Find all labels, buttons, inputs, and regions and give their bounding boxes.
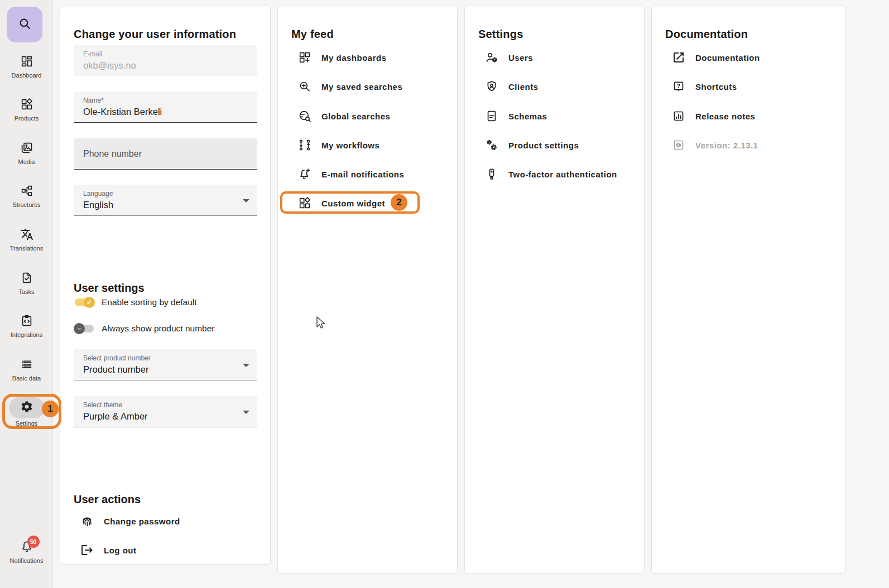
release-notes-link[interactable]: Release notes <box>652 102 845 131</box>
theme-select[interactable]: Select theme Purple & Amber <box>74 396 257 427</box>
manage-accounts-icon <box>485 51 498 64</box>
item-label: Product settings <box>508 141 579 150</box>
language-select[interactable]: Language English <box>74 185 257 216</box>
name-field-label: Name* <box>83 97 104 104</box>
saved-search-icon <box>298 80 311 93</box>
item-label: My dashboards <box>321 53 387 62</box>
sidebar-item-label: Structures <box>12 201 40 208</box>
table-rows-icon <box>20 358 33 373</box>
sidebar-item-label: Tasks <box>18 288 34 295</box>
shield-person-icon <box>485 80 498 93</box>
product-number-select-label: Select product number <box>83 354 151 362</box>
toggle-label: Enable sorting by default <box>102 297 197 307</box>
settings-active-pill <box>9 397 45 418</box>
notification-badge: 50 <box>27 536 40 548</box>
email-field: E-mail okb@isys.no <box>74 45 257 76</box>
widgets-icon <box>298 196 311 210</box>
version-label: Version: 2.13.1 <box>695 141 758 150</box>
toggle-row-product-number: – Always show product number <box>74 321 214 336</box>
panel-title: My feed <box>291 28 334 41</box>
item-label: Shortcuts <box>695 82 737 91</box>
photo-library-icon <box>20 141 33 157</box>
name-field-value: Ole-Kristian Berkeli <box>83 107 162 117</box>
item-label: E-mail notifications <box>321 170 404 179</box>
sidebar-item-label: Notifications <box>10 557 44 564</box>
sidebar-item-media[interactable]: Media <box>0 141 53 165</box>
chevron-down-icon <box>243 199 249 203</box>
clients-item[interactable]: Clients <box>465 72 644 101</box>
product-settings-item[interactable]: Product settings <box>465 131 644 160</box>
sidebar-item-label: Settings <box>16 420 38 427</box>
sidebar-item-basic-data[interactable]: Basic data <box>0 358 53 382</box>
sidebar-item-tasks[interactable]: Tasks <box>0 271 53 295</box>
my-workflows-item[interactable]: My workflows <box>278 131 457 160</box>
global-searches-item[interactable]: Global searches <box>278 102 457 131</box>
translate-icon <box>20 228 33 243</box>
sidebar-item-label: Translations <box>10 245 44 252</box>
phone-field[interactable]: Phone number <box>74 138 257 170</box>
security-key-icon <box>485 167 498 181</box>
toggle-row-sorting: ✓ Enable sorting by default <box>74 295 197 310</box>
user-settings-heading: User settings <box>74 282 145 295</box>
item-label: Release notes <box>695 112 755 121</box>
panel-title: Documentation <box>665 28 748 41</box>
search-button[interactable] <box>7 7 42 42</box>
item-label: Clients <box>508 82 539 91</box>
task-icon <box>20 271 33 287</box>
product-number-toggle[interactable]: – <box>74 321 95 336</box>
shortcuts-link[interactable]: ? Shortcuts <box>652 72 845 101</box>
add-alert-icon <box>298 167 311 181</box>
item-label: Two-factor authentication <box>508 170 617 179</box>
annotation-step-1: 1 <box>42 401 59 417</box>
workflow-icon <box>298 138 311 152</box>
name-field[interactable]: Name* Ole-Kristian Berkeli <box>74 91 257 123</box>
open-in-new-icon <box>672 51 685 64</box>
integration-instructions-icon <box>20 314 33 330</box>
sidebar-item-integrations[interactable]: Integrations <box>0 314 53 338</box>
panel-documentation: Documentation Documentation ? Shortcuts … <box>651 6 845 573</box>
sorting-toggle[interactable]: ✓ <box>74 295 95 310</box>
language-select-label: Language <box>83 190 113 197</box>
panel-my-feed: My feed My dashboards My saved searches … <box>277 6 458 573</box>
logout-icon <box>80 543 94 557</box>
sidebar-item-notifications[interactable]: 50 Notifications <box>0 540 53 564</box>
two-factor-item[interactable]: Two-factor authentication <box>465 160 644 189</box>
page-title: Change your user information <box>74 28 236 41</box>
sidebar-item-label: Dashboard <box>12 72 42 79</box>
item-label: Schemas <box>508 112 547 121</box>
sidebar-item-label: Basic data <box>12 375 41 382</box>
svg-text:?: ? <box>677 83 680 89</box>
log-out-button[interactable]: Log out <box>60 536 270 565</box>
theme-select-label: Select theme <box>83 401 122 409</box>
help-box-icon: ? <box>672 80 685 93</box>
item-label: Documentation <box>695 53 760 62</box>
sidebar-item-translations[interactable]: Translations <box>0 228 53 252</box>
change-password-button[interactable]: Change password <box>60 507 270 536</box>
sidebar-item-label: Products <box>15 115 39 122</box>
dash-icon: – <box>74 323 85 334</box>
custom-widget-item[interactable]: Custom widget <box>278 189 457 218</box>
schema-icon <box>20 184 33 200</box>
item-label: Global searches <box>321 112 390 121</box>
panel-title: Settings <box>478 28 523 41</box>
sidebar-item-dashboard[interactable]: Dashboard <box>0 55 53 79</box>
sidebar-item-products[interactable]: Products <box>0 98 53 122</box>
sidebar-item-label: Media <box>18 158 35 165</box>
users-item[interactable]: Users <box>465 43 644 72</box>
email-notifications-item[interactable]: E-mail notifications <box>278 160 457 189</box>
chevron-down-icon <box>243 411 249 414</box>
gear-box-icon <box>672 138 685 152</box>
email-field-value: okb@isys.no <box>83 60 136 71</box>
language-select-value: English <box>83 200 113 210</box>
travel-explore-icon <box>298 109 311 123</box>
product-number-select[interactable]: Select product number Product number <box>74 349 257 380</box>
sidebar-item-structures[interactable]: Structures <box>0 184 53 208</box>
my-dashboards-item[interactable]: My dashboards <box>278 43 457 72</box>
my-saved-searches-item[interactable]: My saved searches <box>278 72 457 101</box>
theme-select-value: Purple & Amber <box>83 411 148 422</box>
annotation-step-2: 2 <box>391 194 407 211</box>
schemas-item[interactable]: Schemas <box>465 102 644 131</box>
email-field-label: E-mail <box>83 50 102 58</box>
documentation-link[interactable]: Documentation <box>652 43 845 72</box>
search-icon <box>17 16 32 33</box>
